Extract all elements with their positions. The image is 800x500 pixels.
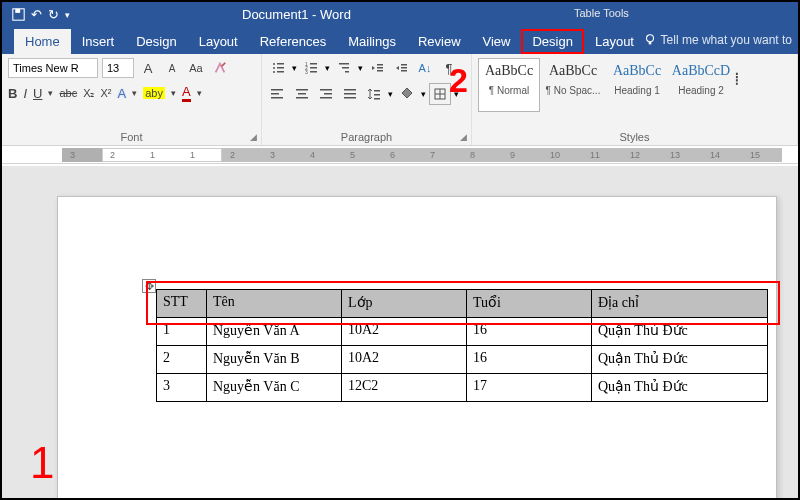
- svg-rect-11: [310, 63, 317, 65]
- table-header[interactable]: Địa chỉ: [592, 290, 768, 318]
- redo-icon[interactable]: ↻: [48, 7, 59, 22]
- svg-rect-23: [401, 67, 407, 69]
- italic-button[interactable]: I: [23, 86, 27, 101]
- svg-rect-19: [377, 64, 383, 66]
- increase-indent-icon[interactable]: [391, 58, 411, 78]
- underline-button[interactable]: U: [33, 86, 42, 101]
- borders-icon[interactable]: [430, 84, 450, 104]
- align-center-icon[interactable]: [292, 84, 312, 104]
- style-2[interactable]: AaBbCcHeading 1: [606, 58, 668, 112]
- table-cell[interactable]: Quận Thủ Đức: [592, 374, 768, 402]
- tab-table-layout[interactable]: Layout: [584, 29, 645, 54]
- style-1[interactable]: AaBbCc¶ No Spac...: [542, 58, 604, 112]
- tab-design[interactable]: Design: [125, 29, 187, 54]
- tab-layout[interactable]: Layout: [188, 29, 249, 54]
- tell-me-search[interactable]: Tell me what you want to: [643, 33, 792, 47]
- subscript-button[interactable]: X₂: [83, 87, 94, 100]
- tab-review[interactable]: Review: [407, 29, 472, 54]
- qat-dropdown-icon[interactable]: ▾: [65, 10, 70, 20]
- svg-rect-5: [277, 63, 284, 65]
- table-cell[interactable]: Nguyễn Văn C: [207, 374, 342, 402]
- svg-rect-24: [401, 70, 407, 72]
- tab-home[interactable]: Home: [14, 29, 71, 54]
- svg-text:3: 3: [305, 69, 308, 75]
- group-font: A A Aa B I U ▾ abc X₂ X² A ▾ aby ▾ A ▾ F…: [2, 54, 262, 145]
- svg-point-6: [273, 67, 275, 69]
- superscript-button[interactable]: X²: [101, 87, 112, 99]
- table-cell[interactable]: 16: [467, 346, 592, 374]
- paragraph-dialog-launcher[interactable]: ◢: [460, 132, 467, 142]
- table-header[interactable]: STT: [157, 290, 207, 318]
- table-cell[interactable]: 17: [467, 374, 592, 402]
- table-row[interactable]: 3Nguyễn Văn C12C217Quận Thủ Đức: [157, 374, 768, 402]
- title-bar: ↶ ↻ ▾ Document1 - Word Table Tools: [2, 2, 798, 27]
- table-cell[interactable]: 3: [157, 374, 207, 402]
- table-cell[interactable]: 12C2: [342, 374, 467, 402]
- table-cell[interactable]: Nguyễn Văn A: [207, 318, 342, 346]
- table-header[interactable]: Tuổi: [467, 290, 592, 318]
- table-row[interactable]: 1Nguyễn Văn A10A216Quận Thủ Đức: [157, 318, 768, 346]
- table-header[interactable]: Tên: [207, 290, 342, 318]
- bold-button[interactable]: B: [8, 86, 17, 101]
- clear-format-icon[interactable]: [210, 58, 230, 78]
- grow-font-button[interactable]: A: [138, 58, 158, 78]
- font-size-input[interactable]: [102, 58, 134, 78]
- save-icon[interactable]: [12, 8, 25, 21]
- styles-more-icon[interactable]: ⁞: [734, 58, 748, 112]
- shading-icon[interactable]: [397, 84, 417, 104]
- svg-rect-37: [374, 90, 380, 92]
- svg-rect-18: [345, 71, 349, 73]
- table-row[interactable]: 2Nguyễn Văn B10A216Quận Thủ Đức: [157, 346, 768, 374]
- group-label-styles: Styles: [472, 131, 797, 143]
- page[interactable]: ✥ STTTênLớpTuổiĐịa chỉ 1Nguyễn Văn A10A2…: [57, 196, 777, 498]
- change-case-button[interactable]: Aa: [186, 58, 206, 78]
- sort-icon[interactable]: A↓: [415, 58, 435, 78]
- horizontal-ruler[interactable]: 321123456789101112131415: [2, 146, 798, 164]
- tab-view[interactable]: View: [472, 29, 522, 54]
- annotation-2: 2: [449, 61, 468, 100]
- svg-rect-7: [277, 67, 284, 69]
- strike-button[interactable]: abc: [59, 87, 77, 99]
- font-dialog-launcher[interactable]: ◢: [250, 132, 257, 142]
- svg-rect-36: [344, 97, 356, 99]
- font-name-input[interactable]: [8, 58, 98, 78]
- table-cell[interactable]: 1: [157, 318, 207, 346]
- style-3[interactable]: AaBbCcDHeading 2: [670, 58, 732, 112]
- table-cell[interactable]: 10A2: [342, 318, 467, 346]
- text-effects-button[interactable]: A: [118, 86, 127, 101]
- table-move-handle[interactable]: ✥: [142, 279, 156, 293]
- tab-insert[interactable]: Insert: [71, 29, 126, 54]
- justify-icon[interactable]: [340, 84, 360, 104]
- multilevel-icon[interactable]: [334, 58, 354, 78]
- bullets-icon[interactable]: [268, 58, 288, 78]
- line-spacing-icon[interactable]: [364, 84, 384, 104]
- table-cell[interactable]: Quận Thủ Đức: [592, 318, 768, 346]
- tell-me-label: Tell me what you want to: [661, 33, 792, 47]
- align-left-icon[interactable]: [268, 84, 288, 104]
- lightbulb-icon: [643, 33, 657, 47]
- tab-references[interactable]: References: [249, 29, 337, 54]
- table-header[interactable]: Lớp: [342, 290, 467, 318]
- table-cell[interactable]: 16: [467, 318, 592, 346]
- shrink-font-button[interactable]: A: [162, 58, 182, 78]
- ribbon-tabs: Home Insert Design Layout References Mai…: [2, 27, 798, 54]
- tab-mailings[interactable]: Mailings: [337, 29, 407, 54]
- align-right-icon[interactable]: [316, 84, 336, 104]
- table-cell[interactable]: Nguyễn Văn B: [207, 346, 342, 374]
- svg-rect-22: [401, 64, 407, 66]
- numbering-icon[interactable]: 123: [301, 58, 321, 78]
- svg-rect-28: [296, 89, 308, 91]
- table-cell[interactable]: 2: [157, 346, 207, 374]
- style-0[interactable]: AaBbCc¶ Normal: [478, 58, 540, 112]
- table-cell[interactable]: Quận Thủ Đức: [592, 346, 768, 374]
- table-cell[interactable]: 10A2: [342, 346, 467, 374]
- tab-table-design[interactable]: Design: [521, 29, 583, 54]
- highlight-button[interactable]: aby: [143, 87, 165, 99]
- decrease-indent-icon[interactable]: [367, 58, 387, 78]
- svg-rect-15: [310, 71, 317, 73]
- svg-rect-9: [277, 71, 284, 73]
- document-table[interactable]: STTTênLớpTuổiĐịa chỉ 1Nguyễn Văn A10A216…: [156, 289, 768, 402]
- font-color-button[interactable]: A: [182, 84, 191, 102]
- undo-icon[interactable]: ↶: [31, 7, 42, 22]
- svg-rect-21: [377, 70, 383, 72]
